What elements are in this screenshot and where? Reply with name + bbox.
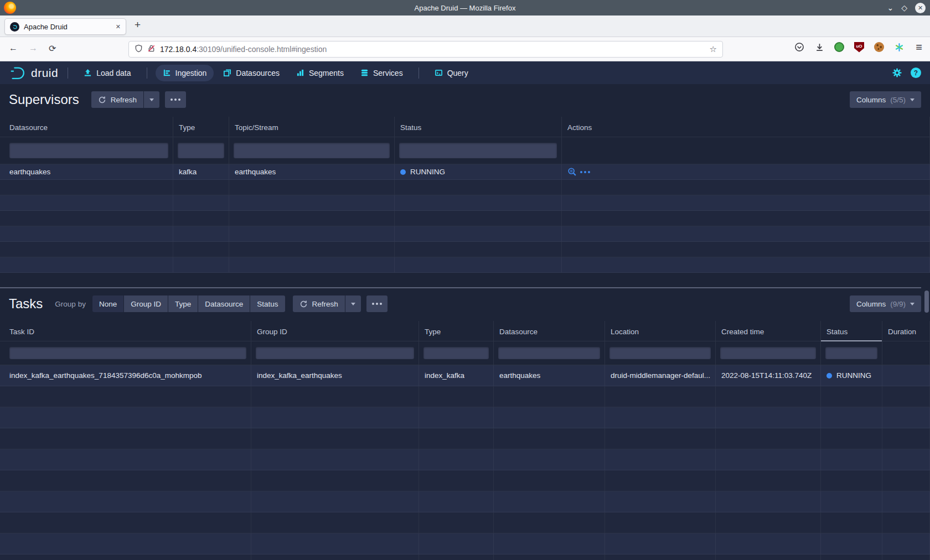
url-bar[interactable]: 172.18.0.4:30109/unified-console.html#in… xyxy=(128,41,723,58)
minimize-icon[interactable]: ⌄ xyxy=(887,4,893,12)
group-by-none-button[interactable]: None xyxy=(92,295,123,312)
group-by-type-button[interactable]: Type xyxy=(168,295,198,312)
navbar-divider xyxy=(68,68,68,79)
window-titlebar: Apache Druid — Mozilla Firefox ⌄ ◇ ✕ xyxy=(0,0,930,15)
supervisor-row[interactable]: earthquakes kafka earthquakes RUNNING xyxy=(0,164,930,180)
group-by-status-button[interactable]: Status xyxy=(250,295,285,312)
filter-group-id-input[interactable] xyxy=(256,347,414,359)
druid-wordmark: druid xyxy=(31,66,58,80)
tasks-more-button[interactable] xyxy=(366,295,388,312)
supervisor-row-empty xyxy=(0,242,930,257)
close-window-icon[interactable]: ✕ xyxy=(915,3,926,13)
task-row-empty xyxy=(0,386,930,407)
window-title: Apache Druid — Mozilla Firefox xyxy=(0,4,930,12)
column-header-group-id[interactable]: Group ID xyxy=(251,321,419,341)
nav-item-ingestion[interactable]: Ingestion xyxy=(156,65,214,81)
help-icon[interactable]: ? xyxy=(911,68,921,78)
druid-logo-icon xyxy=(9,64,27,82)
segments-icon xyxy=(296,69,304,77)
browser-tab[interactable]: Apache Druid ✕ xyxy=(4,18,126,35)
extension-green-icon[interactable] xyxy=(834,42,845,53)
supervisor-row-empty xyxy=(0,180,930,195)
filter-datasource-input[interactable] xyxy=(9,143,168,158)
new-tab-button[interactable]: + xyxy=(135,19,141,31)
supervisor-row-empty xyxy=(0,195,930,211)
nav-label-segments: Segments xyxy=(309,69,344,77)
nav-label-services: Services xyxy=(373,69,403,77)
supervisors-refresh-caret-button[interactable] xyxy=(144,91,159,108)
filter-topic-stream-input[interactable] xyxy=(234,143,390,158)
tab-bar: Apache Druid ✕ + xyxy=(0,15,930,37)
row-more-actions-icon[interactable] xyxy=(584,171,586,173)
tasks-columns-button[interactable]: Columns (9/9) xyxy=(850,295,921,312)
back-button[interactable]: ← xyxy=(9,43,18,53)
druid-brand[interactable]: druid xyxy=(9,64,58,82)
tasks-refresh-group: Refresh xyxy=(293,295,361,312)
tasks-refresh-caret-button[interactable] xyxy=(345,295,361,312)
column-header-type[interactable]: Type xyxy=(419,321,494,341)
bookmark-star-icon[interactable]: ☆ xyxy=(710,44,717,54)
hamburger-menu-icon[interactable]: ≡ xyxy=(913,42,924,53)
supervisors-columns-button[interactable]: Columns (5/5) xyxy=(850,91,921,108)
task-row-empty xyxy=(0,407,930,428)
filter-type-input[interactable] xyxy=(178,143,224,158)
group-by-datasource-button[interactable]: Datasource xyxy=(198,295,250,312)
group-by-group-id-button[interactable]: Group ID xyxy=(124,295,168,312)
cell-type: kafka xyxy=(173,164,229,179)
reload-button[interactable]: ⟳ xyxy=(49,43,56,54)
column-header-type[interactable]: Type xyxy=(173,117,229,137)
supervisors-more-button[interactable] xyxy=(165,91,186,108)
filter-status-input[interactable] xyxy=(825,347,877,359)
inspect-magnifier-icon[interactable] xyxy=(567,167,577,177)
nav-item-load-data[interactable]: Load data xyxy=(76,65,138,81)
scrollbar-thumb[interactable] xyxy=(924,291,929,313)
nav-item-segments[interactable]: Segments xyxy=(289,65,351,81)
filter-location-input[interactable] xyxy=(609,347,711,359)
tasks-refresh-button[interactable]: Refresh xyxy=(293,295,345,312)
supervisors-title: Supervisors xyxy=(9,92,79,107)
tasks-title: Tasks xyxy=(9,296,43,312)
settings-gear-icon[interactable] xyxy=(892,68,902,78)
filter-datasource-input[interactable] xyxy=(498,347,600,359)
maximize-icon[interactable]: ◇ xyxy=(901,4,907,12)
column-header-created-time[interactable]: Created time xyxy=(716,321,821,341)
chevron-down-icon xyxy=(910,98,914,101)
filter-type-input[interactable] xyxy=(423,347,489,359)
column-header-status-sorted[interactable]: Status xyxy=(821,321,882,341)
column-header-location[interactable]: Location xyxy=(605,321,716,341)
column-header-datasource[interactable]: Datasource xyxy=(494,321,605,341)
column-header-topic-stream[interactable]: Topic/Stream xyxy=(229,117,395,137)
column-header-status[interactable]: Status xyxy=(395,117,562,137)
filter-status-input[interactable] xyxy=(399,143,557,158)
filter-created-time-input[interactable] xyxy=(720,347,816,359)
columns-count: (9/9) xyxy=(890,300,906,308)
tracking-shield-icon[interactable] xyxy=(135,44,143,55)
insecure-lock-icon[interactable] xyxy=(147,44,156,55)
cookie-extension-icon[interactable] xyxy=(874,42,885,53)
column-header-duration[interactable]: Duration xyxy=(882,321,930,341)
cell-type: index_kafka xyxy=(419,365,494,386)
nav-item-datasources[interactable]: Datasources xyxy=(216,65,287,81)
asterisk-extension-icon[interactable] xyxy=(893,42,905,53)
task-row[interactable]: index_kafka_earthquakes_7184357396d6c0a_… xyxy=(0,365,930,386)
column-header-task-id[interactable]: Task ID xyxy=(0,321,251,341)
druid-navbar: druid Load data Ingestion Datasources Se… xyxy=(0,61,930,84)
filter-task-id-input[interactable] xyxy=(9,347,246,359)
downloads-icon[interactable] xyxy=(814,42,825,53)
cell-topic-stream: earthquakes xyxy=(229,164,395,179)
group-by-label: Group by xyxy=(55,300,86,308)
close-tab-icon[interactable]: ✕ xyxy=(116,23,121,30)
tasks-filter-row xyxy=(0,341,930,365)
refresh-label: Refresh xyxy=(312,300,338,308)
supervisor-row-empty xyxy=(0,211,930,226)
column-header-datasource[interactable]: Datasource xyxy=(0,117,173,137)
nav-item-services[interactable]: Services xyxy=(353,65,410,81)
supervisors-refresh-button[interactable]: Refresh xyxy=(91,91,143,108)
more-icon xyxy=(376,303,378,305)
ublock-origin-icon[interactable]: uO xyxy=(854,42,865,53)
pocket-icon[interactable] xyxy=(794,42,805,53)
group-by-button-group: None Group ID Type Datasource Status xyxy=(92,295,285,312)
query-icon xyxy=(435,69,443,77)
column-header-actions: Actions xyxy=(562,117,930,137)
nav-item-query[interactable]: Query xyxy=(427,65,476,81)
